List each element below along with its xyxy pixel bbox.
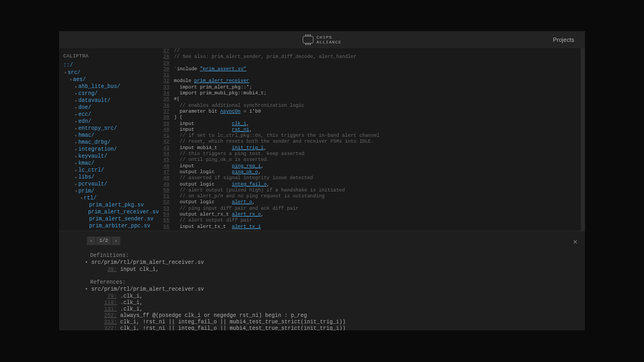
line-number[interactable]: 28: [159, 54, 174, 60]
tree-folder[interactable]: ▾src/: [59, 69, 159, 76]
line-content: // reset, which resets both the sender a…: [174, 139, 374, 145]
tree-folder[interactable]: ▸csrng/: [59, 90, 159, 97]
close-icon[interactable]: ×: [573, 238, 577, 246]
ref-code: .clk_i,: [120, 300, 143, 306]
line-content: // until ping_ok_o is asserted.: [174, 157, 269, 163]
tree-folder[interactable]: ▸libs/: [59, 174, 159, 181]
line-number[interactable]: 31: [159, 72, 174, 78]
line-content: // alert output (pulsed high) if a hands…: [174, 188, 345, 194]
tree-folder[interactable]: ▸hmac_drbg/: [59, 139, 159, 146]
line-number[interactable]: 42: [159, 139, 174, 145]
code-line: 28// See also: prim_alert_sender, prim_d…: [159, 54, 585, 60]
reference-item[interactable]: 313:clk_i, !rst_ni || integ_fail_o || mu…: [102, 319, 577, 326]
reference-item[interactable]: 131:.clk_i,: [102, 306, 577, 313]
line-number[interactable]: 33: [159, 85, 174, 91]
line-content: output logic integ_fail_o,: [174, 182, 269, 188]
reference-item[interactable]: 322:clk_i, !rst_ni || integ_fail_o || mu…: [102, 326, 577, 330]
line-number[interactable]: 54: [159, 212, 174, 218]
definition-file-path[interactable]: src/prim/rtl/prim_alert_receiver.sv: [90, 260, 577, 265]
code-line: 53 // ping input diff pair and ack diff …: [159, 206, 585, 212]
line-content: #(: [174, 97, 180, 102]
chevron-icon: ▸: [74, 181, 78, 187]
tree-item-label: edn/: [78, 119, 91, 124]
line-number[interactable]: 47: [159, 169, 174, 175]
line-number[interactable]: 34: [159, 91, 174, 97]
line-number[interactable]: 41: [159, 133, 174, 139]
tree-folder[interactable]: ▸entropy_src/: [59, 125, 159, 132]
code-line: 48 // asserted if signal integrity issue…: [159, 175, 585, 181]
tree-item-label: prim_alert_receiver.sv: [88, 209, 159, 215]
tree-file[interactable]: prim_alert_sender.sv: [59, 216, 159, 223]
ref-line-number: 131:: [102, 306, 117, 313]
line-number[interactable]: 36: [159, 103, 174, 109]
tree-folder[interactable]: ▸keyvault/: [59, 153, 159, 160]
line-number[interactable]: 53: [159, 206, 174, 212]
line-number[interactable]: 44: [159, 151, 174, 157]
chevron-icon: ▾: [69, 77, 73, 83]
line-number[interactable]: 29: [159, 61, 174, 67]
line-content: input rst_ni,: [174, 127, 252, 133]
line-number[interactable]: 40: [159, 127, 174, 133]
tree-folder[interactable]: ▾prim/: [59, 188, 159, 195]
tree-folder[interactable]: ▸pcrvault/: [59, 181, 159, 188]
line-number[interactable]: 38: [159, 115, 174, 121]
code-line: 38) (: [159, 115, 585, 121]
pager-prev-button[interactable]: ‹: [87, 237, 96, 245]
tree-folder[interactable]: ▸integration/: [59, 146, 159, 153]
tree-folder[interactable]: ▸datavault/: [59, 97, 159, 104]
reference-file-path[interactable]: src/prim/rtl/prim_alert_receiver.sv: [90, 286, 577, 292]
line-content: // if set to lc_ctrl_pkg::On, this trigg…: [174, 133, 379, 139]
line-number[interactable]: 46: [159, 164, 174, 169]
code-line: 56 input alert_tx_t alert_tx_i: [159, 224, 585, 230]
code-line: 46 input ping_req_i,: [159, 164, 585, 169]
tree-folder[interactable]: ▾rtl/: [59, 195, 159, 202]
chevron-icon: ▸: [74, 84, 78, 90]
line-number[interactable]: 55: [159, 218, 174, 224]
reference-item[interactable]: 79:.clk_i,: [102, 293, 577, 300]
line-number[interactable]: 50: [159, 188, 174, 194]
line-content: input alert_tx_t alert_tx_i: [174, 224, 261, 230]
ref-line-number: 313:: [102, 319, 117, 326]
tree-folder[interactable]: ▸hmac/: [59, 132, 159, 139]
line-number[interactable]: 49: [159, 182, 174, 188]
code-line: 33 import prim_alert_pkg::*;: [159, 85, 585, 91]
line-content: // asserted if signal integrity issue de…: [174, 175, 313, 181]
ref-code: .clk_i,: [120, 293, 143, 300]
tree-item-label: prim_alert_pkg.sv: [89, 202, 144, 208]
tree-folder[interactable]: ▸kmac/: [59, 160, 159, 167]
root-path[interactable]: ::/: [59, 61, 159, 69]
line-number[interactable]: 32: [159, 78, 174, 84]
reference-item[interactable]: 252:always_ff @(posedge clk_i or negedge…: [102, 313, 577, 319]
file-tree-sidebar: CALIPTRA ::/ ▾src/▾aes/▸ahb_lite_bus/▸cs…: [59, 48, 159, 231]
code-line: 55 // alert output diff pair: [159, 218, 585, 224]
tree-file[interactable]: prim_alert_pkg.sv: [59, 202, 159, 209]
line-content: `include "prim_assert.sv": [174, 67, 246, 72]
line-number[interactable]: 52: [159, 200, 174, 205]
line-number[interactable]: 56: [159, 224, 174, 230]
chevron-icon: ▸: [74, 174, 78, 180]
chevron-icon: ▸: [74, 160, 78, 166]
definition-item[interactable]: 39:input clk_i,: [102, 267, 577, 273]
tree-file[interactable]: prim_arbiter_ppc.sv: [59, 223, 159, 230]
code-viewer[interactable]: 27//28// See also: prim_alert_sender, pr…: [159, 48, 585, 231]
tree-folder[interactable]: ▸lc_ctrl/: [59, 167, 159, 174]
line-number[interactable]: 35: [159, 97, 174, 102]
line-number[interactable]: 43: [159, 145, 174, 151]
tree-folder[interactable]: ▸edn/: [59, 118, 159, 125]
tree-file[interactable]: prim_alert_receiver.sv: [59, 209, 159, 216]
reference-item[interactable]: 119:.clk_i,: [102, 300, 577, 306]
pager-next-button[interactable]: ›: [112, 237, 120, 245]
line-number[interactable]: 30: [159, 67, 174, 72]
line-number[interactable]: 45: [159, 157, 174, 163]
tree-folder[interactable]: ▸ahb_lite_bus/: [59, 83, 159, 90]
line-number[interactable]: 48: [159, 175, 174, 181]
tree-folder[interactable]: ▾aes/: [59, 76, 159, 83]
tree-folder[interactable]: ▸doe/: [59, 104, 159, 111]
tree-folder[interactable]: ▸ecc/: [59, 111, 159, 118]
projects-link[interactable]: Projects: [553, 36, 574, 43]
tree-item-label: entropy_src/: [78, 125, 117, 131]
line-number[interactable]: 37: [159, 109, 174, 115]
line-number[interactable]: 27: [159, 48, 174, 54]
line-number[interactable]: 51: [159, 194, 174, 200]
line-number[interactable]: 39: [159, 121, 174, 127]
